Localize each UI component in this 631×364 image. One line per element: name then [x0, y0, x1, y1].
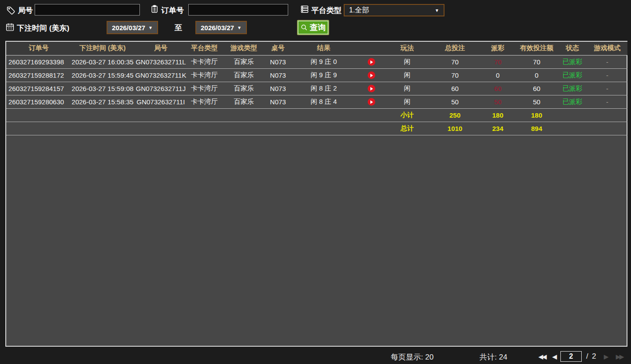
spacer-cell — [558, 122, 587, 135]
date-to-select[interactable]: 2026/03/27 ▼ — [195, 21, 247, 34]
play-video-button[interactable] — [368, 85, 375, 92]
play-video-button[interactable] — [368, 98, 375, 106]
total-count-value: 24 — [499, 353, 507, 361]
prev-page-button[interactable]: ◀ — [552, 353, 556, 360]
column-header-status: 状态 — [558, 42, 587, 55]
date-from-select[interactable]: 2026/03/27 ▼ — [107, 21, 158, 34]
result-cell: 闲 8 庄 4 — [290, 95, 358, 108]
play-method-cell: 闲 — [385, 95, 430, 108]
valid-bet-cell: 60 — [516, 82, 558, 95]
subtotal-label: 小计 — [385, 108, 430, 122]
play-method-cell: 闲 — [385, 82, 430, 95]
tag-icon — [6, 6, 16, 15]
status-badge: 已派彩 — [558, 55, 587, 68]
order-id-cell: 260327159280630 — [6, 95, 71, 108]
column-header-round-id: 局号 — [134, 42, 187, 55]
column-header-table-no: 桌号 — [266, 42, 290, 55]
table-row: 260327159288172 2026-03-27 15:59:45 GN07… — [6, 68, 627, 82]
payout-cell: 50 — [480, 95, 516, 108]
spacer-cell — [6, 108, 385, 122]
play-icon — [370, 60, 373, 64]
page-number-input[interactable] — [560, 351, 582, 362]
column-header-total-bet: 总投注 — [430, 42, 480, 55]
table-no-cell: N073 — [266, 55, 290, 68]
column-header-game-type: 游戏类型 — [221, 42, 266, 55]
valid-bet-cell: 70 — [516, 55, 558, 68]
game-mode-cell: - — [587, 68, 627, 82]
game-type-cell: 百家乐 — [221, 68, 266, 82]
round-number-label: 局号 — [18, 5, 33, 16]
column-header-play — [358, 42, 385, 55]
order-id-cell: 260327159284157 — [6, 82, 71, 95]
table-row: 260327159284157 2026-03-27 15:59:08 GN07… — [6, 82, 627, 95]
column-header-result: 结果 — [290, 42, 358, 55]
last-page-button[interactable]: ▶▶ — [616, 353, 623, 360]
date-to-value: 2026/03/27 — [201, 24, 234, 32]
next-page-button[interactable]: ▶ — [604, 353, 607, 360]
payout-cell: 70 — [480, 55, 516, 68]
date-from-value: 2026/03/27 — [112, 24, 145, 32]
total-bet-cell: 70 — [430, 55, 480, 68]
game-mode-cell: - — [587, 55, 627, 68]
table-header-row: 订单号 下注时间 (美东) 局号 平台类型 游戏类型 桌号 结果 玩法 总投注 … — [6, 42, 627, 55]
order-id-cell: 260327159288172 — [6, 68, 71, 82]
round-id-cell: GN0732632711K — [134, 68, 187, 82]
chevron-down-icon: ▼ — [435, 8, 439, 13]
play-video-button[interactable] — [368, 71, 375, 79]
chevron-down-icon: ▼ — [148, 25, 153, 30]
bet-time-cell: 2026-03-27 15:58:35 — [71, 95, 134, 108]
server-icon — [300, 4, 309, 14]
status-badge: 已派彩 — [558, 82, 587, 95]
search-icon — [301, 24, 308, 31]
table-row: 260327169293398 2026-03-27 16:00:35 GN07… — [6, 55, 627, 68]
total-bet-cell: 70 — [430, 68, 480, 82]
search-button[interactable]: 查询 — [297, 20, 329, 35]
subtotal-payout: 180 — [480, 108, 516, 122]
status-badge: 已派彩 — [558, 95, 587, 108]
spacer-cell — [6, 122, 385, 135]
platform-type-value: 1.全部 — [349, 6, 369, 15]
chevron-down-icon: ▼ — [237, 25, 242, 30]
grand-total-total-bet: 1010 — [430, 122, 480, 135]
result-cell: 闲 9 庄 0 — [290, 55, 358, 68]
bet-time-cell: 2026-03-27 16:00:35 — [71, 55, 134, 68]
calendar-icon — [5, 22, 15, 32]
column-header-order-id: 订单号 — [6, 42, 71, 55]
valid-bet-cell: 0 — [516, 68, 558, 82]
bet-time-label: 下注时间 (美东) — [17, 23, 69, 33]
total-count-text: 共计: 24 — [480, 352, 507, 362]
game-type-cell: 百家乐 — [221, 95, 266, 108]
play-video-button[interactable] — [368, 58, 375, 66]
payout-cell: 60 — [480, 82, 516, 95]
play-icon — [370, 100, 373, 104]
total-bet-cell: 60 — [430, 82, 480, 95]
status-badge: 已派彩 — [558, 68, 587, 82]
grand-total-valid-bet: 894 — [516, 122, 558, 135]
date-to-connector-label: 至 — [175, 23, 182, 33]
game-type-cell: 百家乐 — [221, 82, 266, 95]
total-pages: 2 — [592, 352, 596, 361]
platform-type-select[interactable]: 1.全部 ▼ — [344, 4, 444, 16]
round-id-cell: GN0732632711L — [134, 55, 187, 68]
payout-cell: 0 — [480, 68, 516, 82]
bet-time-cell: 2026-03-27 15:59:45 — [71, 68, 134, 82]
search-button-label: 查询 — [310, 22, 326, 33]
per-page-text: 每页显示: 20 — [391, 352, 433, 362]
table-row: 260327159280630 2026-03-27 15:58:35 GN07… — [6, 95, 627, 108]
total-bet-cell: 50 — [430, 95, 480, 108]
result-cell: 闲 9 庄 9 — [290, 68, 358, 82]
column-header-valid-bet: 有效投注额 — [516, 42, 558, 55]
platform-cell: 卡卡湾厅 — [187, 95, 221, 108]
spacer-cell — [587, 122, 627, 135]
per-page-label: 每页显示: — [391, 353, 423, 361]
order-number-input[interactable] — [188, 4, 288, 16]
subtotal-total-bet: 250 — [430, 108, 480, 122]
per-page-value: 20 — [425, 353, 433, 361]
play-method-cell: 闲 — [385, 68, 430, 82]
column-header-platform: 平台类型 — [187, 42, 221, 55]
round-number-input[interactable] — [35, 4, 140, 16]
subtotal-row: 小计 250 180 180 — [6, 108, 627, 122]
first-page-button[interactable]: ◀◀ — [539, 353, 546, 360]
table-no-cell: N073 — [266, 82, 290, 95]
clipboard-icon — [150, 4, 159, 14]
